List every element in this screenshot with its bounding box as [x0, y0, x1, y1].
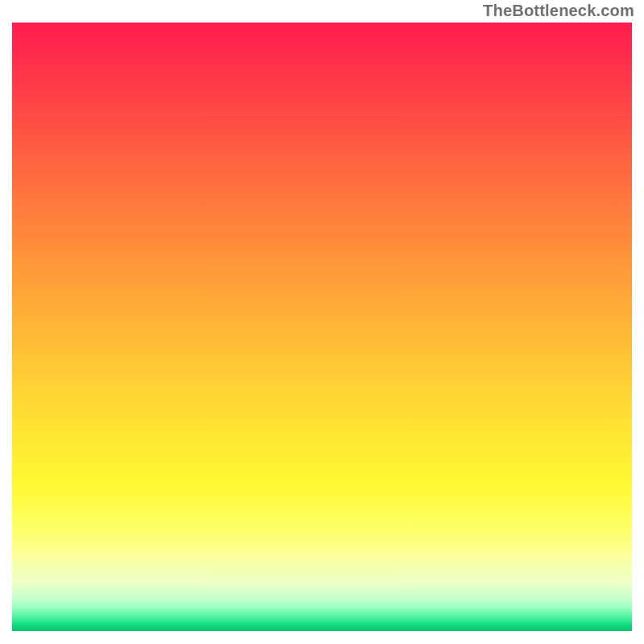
chart-background-gradient [12, 23, 632, 631]
attribution-text: TheBottleneck.com [483, 2, 634, 20]
chart-area [12, 23, 632, 631]
